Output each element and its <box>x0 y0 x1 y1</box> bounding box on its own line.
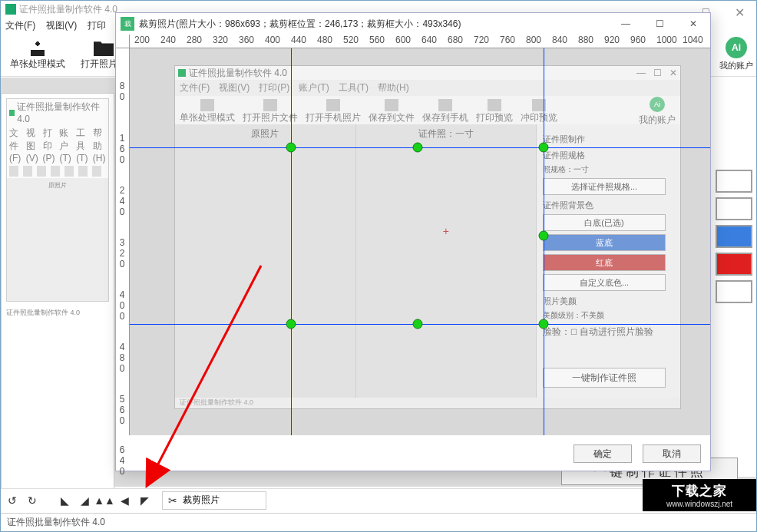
crop-photo-label: 裁剪照片 <box>183 494 220 507</box>
embedded-blue-button: 蓝底 <box>543 234 666 251</box>
embedded-spec-button: 选择证件照规格... <box>543 178 666 195</box>
close-button[interactable]: ✕ <box>722 1 756 24</box>
crop-close-button[interactable]: ✕ <box>676 13 710 35</box>
account-button[interactable]: Ai 我的账户 <box>719 37 753 71</box>
flip-left-icon[interactable]: ◀ <box>117 494 131 507</box>
crop-photo-button[interactable]: ✂ 裁剪照片 <box>162 491 266 510</box>
account-label: 我的账户 <box>719 60 753 71</box>
ai-icon: Ai <box>726 37 747 58</box>
right-panel <box>710 78 756 477</box>
flip-horizontal-icon[interactable]: ▲▲ <box>98 494 111 507</box>
cancel-button[interactable]: 取消 <box>643 444 701 463</box>
embedded-mid-head: 证件照：一寸 <box>356 127 537 140</box>
thumbnail-item[interactable]: 证件照批量制作软件 4.0 文件(F)视图(V)打印(P) 账户(T)工具(T)… <box>6 98 109 302</box>
embedded-white-button: 白底(已选) <box>543 214 666 231</box>
single-mode-label: 单张处理模式 <box>10 58 65 71</box>
thumb-body-label: 原照片 <box>7 178 108 301</box>
crop-dialog-title: 裁剪照片(照片大小：757x532；裁剪框位置：246,173；裁剪框大小：49… <box>139 18 461 31</box>
skew-icon[interactable]: ◤ <box>137 494 151 507</box>
folder-icon <box>94 39 114 56</box>
menu-file[interactable]: 文件(F) <box>5 19 35 32</box>
bg-white-swatch[interactable] <box>716 170 752 193</box>
rotate-ccw-icon[interactable]: ↺ <box>5 494 19 507</box>
menu-view[interactable]: 视图(V) <box>46 19 77 32</box>
ruler-vertical: 80 160 240 320 400 480 560 640 <box>116 48 130 435</box>
crosshair-icon: + <box>356 225 537 237</box>
embedded-one-click-button: 一键制作证件照 <box>543 368 666 388</box>
crop-max-button[interactable]: ☐ <box>643 13 676 35</box>
ruler-horizontal: 200 240 280 320 360 400 440 480 520 560 … <box>130 35 710 48</box>
embedded-title: 证件照批量制作软件 4.0 <box>189 67 287 80</box>
crop-canvas[interactable]: 证件照批量制作软件 4.0 —☐✕ 文件(F)视图(V) 打印(P)账户(T) … <box>130 48 710 435</box>
bg-blue-swatch[interactable] <box>716 225 752 248</box>
thumb-caption: 证件照批量制作软件 4.0 <box>2 306 114 319</box>
watermark: 下载之家 www.windowszj.net <box>643 479 756 511</box>
embedded-custom-button: 自定义底色... <box>543 274 666 291</box>
main-statusbar: 证件照批量制作软件 4.0 <box>1 513 756 531</box>
crop-dialog: 裁 裁剪照片(照片大小：757x532；裁剪框位置：246,173；裁剪框大小：… <box>115 12 711 471</box>
crop-icon: ✂ <box>166 494 180 507</box>
rotate-left-90-icon[interactable]: ◣ <box>58 494 71 507</box>
embedded-app-icon <box>178 69 186 77</box>
app-icon <box>5 4 16 15</box>
embedded-left-head: 原照片 <box>175 127 355 140</box>
main-title: 证件照批量制作软件 4.0 <box>19 3 117 16</box>
thumb-title: 证件照批量制作软件 4.0 <box>17 101 106 124</box>
bg-red-swatch[interactable] <box>716 253 752 276</box>
rotate-cw-icon[interactable]: ↻ <box>25 494 39 507</box>
thumbnail-panel: 证件照批量制作软件 4.0 文件(F)视图(V)打印(P) 账户(T)工具(T)… <box>1 93 114 492</box>
bg-custom-swatch[interactable] <box>716 280 752 303</box>
crop-dialog-icon: 裁 <box>121 17 134 31</box>
watermark-big: 下载之家 <box>672 482 727 500</box>
watermark-small: www.windowszj.net <box>666 500 732 508</box>
crop-dialog-titlebar[interactable]: 裁 裁剪照片(照片大小：757x532；裁剪框位置：246,173；裁剪框大小：… <box>116 13 710 35</box>
embedded-red-button: 红底 <box>543 254 666 271</box>
crop-dialog-buttons: 确定 取消 <box>574 444 701 463</box>
bg-white-swatch-2[interactable] <box>716 197 752 220</box>
ruler-corner <box>116 35 130 48</box>
embedded-status: 证件照批量制作软件 4.0 <box>175 398 258 408</box>
crop-workspace: 200 240 280 320 360 400 440 480 520 560 … <box>116 35 710 435</box>
embedded-app-image: 证件照批量制作软件 4.0 —☐✕ 文件(F)视图(V) 打印(P)账户(T) … <box>174 65 681 409</box>
single-mode-button[interactable]: 单张处理模式 <box>4 38 71 72</box>
crop-min-button[interactable]: — <box>609 13 643 35</box>
menu-print[interactable]: 打印 <box>88 19 106 32</box>
rotate-right-90-icon[interactable]: ◢ <box>78 494 91 507</box>
ok-button[interactable]: 确定 <box>574 444 632 463</box>
single-mode-icon <box>28 39 48 56</box>
